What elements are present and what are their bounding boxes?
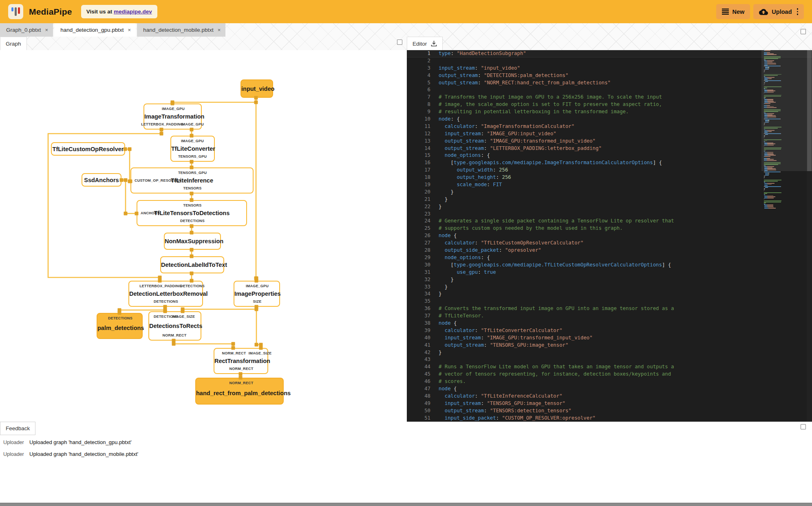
graph-node-SsdAnchors[interactable]: SsdAnchors — [82, 173, 121, 187]
graph-node-ImageTransformation[interactable]: IMAGE_GPULETTERBOX_PADDINGIMAGE_GPUImage… — [143, 103, 202, 130]
graph-node-TfLiteCustomOpResolver[interactable]: TfLiteCustomOpResolver — [51, 142, 125, 156]
graph-panel-tab[interactable]: Graph — [0, 37, 27, 50]
line-number: 35 — [407, 298, 439, 305]
node-label: TfLiteCustomOpResolver — [52, 146, 124, 152]
code-line: 5output_stream: "NORM_RECT:hand_rect_fro… — [407, 79, 812, 87]
download-icon[interactable] — [431, 40, 437, 47]
code-line: 44# Runs a TensorFlow Lite model on GPU … — [407, 363, 812, 371]
graph-node-ImageProperties[interactable]: IMAGE_GPUSIZEImageProperties — [234, 281, 280, 307]
line-number: 41 — [407, 342, 439, 349]
editor-panel-tab[interactable]: Editor — [407, 37, 443, 50]
port-label: DETECTIONS — [154, 299, 178, 304]
file-tab-graph-0[interactable]: Graph_0.pbtxt × — [0, 23, 53, 37]
port-label: LETTERBOX_PADDING — [139, 284, 182, 288]
line-number: 18 — [407, 174, 439, 181]
feedback-panel-tab[interactable]: Feedback — [0, 422, 35, 435]
line-number: 5 — [407, 79, 439, 87]
scrollbar-thumb[interactable] — [807, 50, 812, 171]
line-number: 14 — [407, 145, 439, 152]
graph-node-DetectionLabelIdToText[interactable]: DetectionLabelIdToText — [160, 256, 224, 273]
graph-node-RectTransformation[interactable]: NORM_RECTIMAGE_SIZENORM_RECTRectTransfor… — [214, 348, 268, 374]
port-label: IMAGE_SIZE — [249, 351, 272, 355]
graph-node-hand_rect_from_palm_detections[interactable]: NORM_RECThand_rect_from_palm_detections — [195, 378, 284, 405]
graph-node-input_video[interactable]: input_video — [241, 79, 273, 98]
graph-canvas[interactable]: input_videoIMAGE_GPULETTERBOX_PADDINGIMA… — [0, 50, 407, 422]
line-number: 33 — [407, 284, 439, 291]
line-number: 16 — [407, 159, 439, 167]
code-line: 22} — [407, 203, 812, 211]
port-label: IMAGE_GPU — [181, 122, 204, 126]
line-number: 2 — [407, 57, 439, 65]
upload-button[interactable]: Upload — [753, 4, 804, 19]
visit-prefix: Visit us at — [86, 9, 114, 15]
code-line: 45# vector of tensors representing, for … — [407, 371, 812, 378]
port-label: DETECTIONS — [108, 316, 132, 320]
node-label: hand_rect_from_palm_detections — [196, 390, 283, 396]
code-line: 46# scores. — [407, 378, 812, 385]
node-label: SsdAnchors — [82, 177, 121, 183]
new-button[interactable]: New — [716, 4, 750, 19]
close-icon[interactable]: × — [45, 27, 49, 33]
code-line: 8# image, the scale_mode option is set t… — [407, 101, 812, 108]
close-icon[interactable]: × — [128, 27, 131, 33]
graph-node-DetectionLetterboxRemoval[interactable]: LETTERBOX_PADDINGDETECTIONSDETECTIONSDet… — [128, 281, 203, 307]
code-line: 28 output_side_packet: "opresolver" — [407, 247, 812, 254]
graph-node-TfLiteTensorsToDetections[interactable]: TENSORSDETECTIONSANCHORSTfLiteTensorsToD… — [137, 200, 247, 226]
graph-node-NonMaxSuppression[interactable]: NonMaxSuppression — [164, 233, 221, 250]
port-label: TENSORS — [183, 186, 202, 190]
port-label: NORM_RECT — [229, 381, 254, 385]
graph-node-TfLiteInference[interactable]: TENSORS_GPUTENSORSCUSTOM_OP_RESOLVERTfLi… — [130, 167, 254, 194]
line-number: 30 — [407, 262, 439, 269]
graph-node-palm_detections[interactable]: DETECTIONSpalm_detections — [97, 313, 143, 339]
line-number: 23 — [407, 211, 439, 218]
mediapipe-dev-link[interactable]: mediapipe.dev — [114, 9, 152, 15]
mediapipe-visualizer: MediaPipe Visit us at mediapipe.dev New … — [0, 0, 812, 506]
feedback-rows: Uploader Uploaded graph 'hand_detection_… — [0, 436, 812, 460]
app-title: MediaPipe — [29, 7, 72, 17]
code-line: 15 node_options: { — [407, 152, 812, 159]
hamburger-icon — [722, 9, 729, 15]
port-label: IMAGE_GPU — [246, 284, 269, 288]
feedback-message: Uploaded graph 'hand_detection_gpu.pbtxt… — [29, 439, 132, 445]
code-line: 39 calculator: "TfLiteConverterCalculato… — [407, 327, 812, 334]
code-editor[interactable]: 1type: "HandDetectionSubgraph"23input_st… — [407, 50, 812, 422]
graph-node-DetectionsToRects[interactable]: DETECTIONSIMAGE_SIZENORM_RECTDetectionsT… — [148, 311, 201, 341]
minimap-slider[interactable] — [761, 50, 812, 171]
line-number: 13 — [407, 138, 439, 145]
line-number: 44 — [407, 363, 439, 371]
code-line: 42} — [407, 349, 812, 356]
code-line: 17 output_width: 256 — [407, 167, 812, 174]
minimap[interactable] — [764, 50, 806, 422]
code-line: 23 — [407, 211, 812, 218]
code-line: 30 [type.googleapis.com/mediapipe.TfLite… — [407, 262, 812, 269]
graph-node-TfLiteConverter[interactable]: IMAGE_GPUTENSORS_GPUTfLiteConverter — [170, 136, 215, 162]
cloud-upload-icon — [759, 8, 768, 15]
feedback-popout-icon[interactable] — [801, 424, 806, 429]
editor-scrollbar[interactable] — [807, 50, 812, 422]
node-label: TfLiteTensorsToDetections — [137, 210, 246, 216]
code-line: 14 output_stream: "LETTERBOX_PADDING:let… — [407, 145, 812, 152]
line-number: 12 — [407, 130, 439, 138]
file-tab-hand-detection-mobile[interactable]: hand_detection_mobile.pbtxt × — [137, 23, 225, 37]
line-number: 32 — [407, 276, 439, 284]
line-number: 45 — [407, 371, 439, 378]
port-label: TENSORS — [183, 203, 202, 207]
kebab-menu-icon[interactable] — [797, 7, 799, 15]
line-number: 46 — [407, 378, 439, 385]
line-number: 4 — [407, 72, 439, 79]
port-label: SIZE — [253, 299, 262, 304]
code-line: 13 output_stream: "IMAGE_GPU:transformed… — [407, 138, 812, 145]
line-number: 51 — [407, 415, 439, 422]
node-label: DetectionsToRects — [149, 323, 201, 329]
line-number: 21 — [407, 196, 439, 203]
close-icon[interactable]: × — [218, 27, 221, 33]
graph-popout-icon[interactable] — [397, 40, 402, 45]
code-lines[interactable]: 1type: "HandDetectionSubgraph"23input_st… — [407, 50, 812, 422]
port-label: IMAGE_GPU — [162, 107, 185, 111]
editor-popout-icon[interactable] — [801, 29, 806, 34]
file-tab-hand-detection-gpu[interactable]: hand_detection_gpu.pbtxt × — [54, 23, 136, 37]
bottom-scrollbar[interactable] — [0, 503, 812, 506]
node-label: TfLiteInference — [131, 177, 253, 184]
code-line: 29 node_options: { — [407, 254, 812, 262]
code-line: 25# supports custom ops needed by the mo… — [407, 225, 812, 232]
